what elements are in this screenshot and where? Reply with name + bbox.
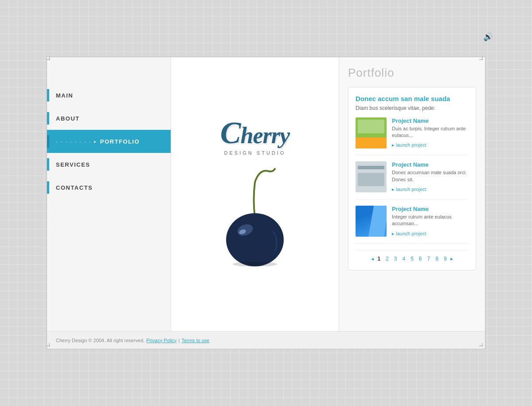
corner-mark-br bbox=[479, 343, 485, 349]
corner-mark-tl bbox=[47, 57, 53, 63]
project-info-2: Project Name Donec accumsan male suada o… bbox=[392, 161, 469, 193]
design-studio-label: DESIGN STUDIO bbox=[211, 150, 299, 156]
project-name-1: Project Name bbox=[392, 117, 469, 124]
project-thumbnail-3 bbox=[356, 206, 387, 237]
footer-copyright: Cherry Design © 2004. All right reserved… bbox=[56, 338, 145, 343]
center-panel: Cherry DESIGN STUDIO bbox=[171, 57, 339, 331]
sidebar: MAIN ABOUT - - - - - - - - ▸ PORTFOLIO S… bbox=[47, 57, 171, 331]
portfolio-subheading: Diam bus scelerisque vitae, pede: bbox=[356, 105, 469, 111]
cherry-logo-text: Cherry bbox=[211, 117, 299, 148]
sidebar-item-portfolio[interactable]: - - - - - - - - ▸ PORTFOLIO bbox=[47, 130, 171, 153]
footer: Cherry Design © 2004. All right reserved… bbox=[47, 331, 485, 349]
corner-mark-tr bbox=[479, 57, 485, 63]
content-area: MAIN ABOUT - - - - - - - - ▸ PORTFOLIO S… bbox=[47, 57, 485, 331]
footer-separator: | bbox=[179, 338, 180, 343]
cherry-artwork: Cherry DESIGN STUDIO bbox=[211, 117, 299, 262]
prev-page-button[interactable]: ◂ bbox=[371, 256, 374, 262]
terms-of-use-link[interactable]: Terms to use bbox=[181, 338, 209, 343]
project-desc-2: Donec accumsan male suada orci. Donec si… bbox=[392, 169, 469, 183]
logo-c: C bbox=[220, 116, 241, 150]
page-num-7[interactable]: 7 bbox=[426, 255, 432, 263]
sidebar-item-label: SERVICES bbox=[56, 161, 90, 168]
next-page-button[interactable]: ▸ bbox=[450, 256, 453, 262]
nav-prefix: - - - - - - - - ▸ bbox=[56, 139, 98, 144]
project-item: Project Name Integer rutrum ante eulacus… bbox=[356, 206, 469, 244]
page-num-9[interactable]: 9 bbox=[442, 255, 449, 263]
project-item: Project Name Duis ac turpis. Integer rut… bbox=[356, 117, 469, 156]
project-desc-1: Duis ac turpis. Integer rutrum ante eula… bbox=[392, 125, 469, 139]
page-num-1[interactable]: 1 bbox=[376, 255, 382, 263]
nav-indicator bbox=[47, 135, 49, 148]
nav-indicator bbox=[47, 158, 49, 171]
right-panel: Portfolio Donec accum san male suada Dia… bbox=[339, 57, 485, 331]
project-thumbnail-1 bbox=[356, 117, 387, 148]
page-num-4[interactable]: 4 bbox=[400, 255, 407, 263]
sidebar-item-label: ABOUT bbox=[56, 115, 80, 122]
project-desc-3: Integer rutrum ante eulacus accumsan... bbox=[392, 214, 469, 227]
project-name-3: Project Name bbox=[392, 206, 469, 212]
sidebar-item-contacts[interactable]: CONTACTS bbox=[47, 176, 171, 199]
launch-link-1[interactable]: launch project bbox=[392, 142, 426, 148]
pagination: ◂ 1 2 3 4 5 6 7 8 9 ▸ bbox=[356, 250, 469, 263]
sidebar-item-label: MAIN bbox=[56, 92, 73, 99]
corner-mark-bl bbox=[47, 343, 53, 349]
privacy-policy-link[interactable]: Privacy Policy bbox=[146, 338, 176, 343]
launch-link-3[interactable]: launch project bbox=[392, 231, 426, 236]
page-num-3[interactable]: 3 bbox=[392, 255, 399, 263]
launch-link-2[interactable]: launch project bbox=[392, 187, 426, 192]
cherry-illustration bbox=[211, 164, 299, 262]
sidebar-item-about[interactable]: ABOUT bbox=[47, 107, 171, 130]
sidebar-item-services[interactable]: SERVICES bbox=[47, 153, 171, 176]
sidebar-item-label: CONTACTS bbox=[56, 184, 93, 191]
nav-indicator bbox=[47, 181, 49, 194]
nav-indicator bbox=[47, 112, 49, 125]
page-num-6[interactable]: 6 bbox=[417, 255, 424, 263]
page-num-8[interactable]: 8 bbox=[434, 255, 440, 263]
project-name-2: Project Name bbox=[392, 161, 469, 168]
svg-point-3 bbox=[233, 262, 277, 266]
page-num-5[interactable]: 5 bbox=[409, 255, 415, 263]
project-info-3: Project Name Integer rutrum ante eulacus… bbox=[392, 206, 469, 237]
sidebar-item-label: PORTFOLIO bbox=[100, 138, 140, 145]
svg-point-0 bbox=[226, 213, 284, 266]
portfolio-title: Portfolio bbox=[348, 66, 476, 80]
portfolio-heading: Donec accum san male suada bbox=[356, 94, 469, 103]
sidebar-item-main[interactable]: MAIN bbox=[47, 84, 171, 107]
project-thumbnail-2 bbox=[356, 161, 387, 192]
project-item: Project Name Donec accumsan male suada o… bbox=[356, 161, 469, 199]
nav-indicator bbox=[47, 89, 49, 102]
sound-icon[interactable]: 🔊 bbox=[483, 32, 493, 42]
page-num-2[interactable]: 2 bbox=[384, 255, 391, 263]
project-info-1: Project Name Duis ac turpis. Integer rut… bbox=[392, 117, 469, 149]
main-window: MAIN ABOUT - - - - - - - - ▸ PORTFOLIO S… bbox=[47, 57, 485, 349]
portfolio-panel: Donec accum san male suada Diam bus scel… bbox=[348, 87, 476, 270]
